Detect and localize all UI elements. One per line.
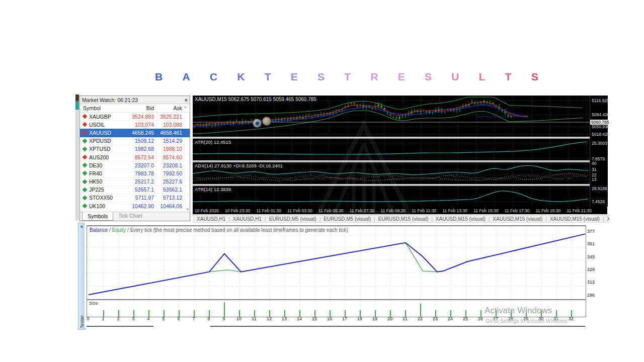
scrollbar-segment[interactable] xyxy=(87,326,153,327)
scroll-up-icon[interactable]: ^ xyxy=(182,106,189,111)
price-scale-label: 5018.425 xyxy=(592,132,609,137)
symbol-cell: XPTUSD xyxy=(83,146,122,152)
title-letter: S xyxy=(425,71,432,83)
arrow-down-icon xyxy=(83,130,88,135)
market-watch-row[interactable]: XAUGBP3524.8933525.221 xyxy=(80,113,190,121)
tab-tick-chart[interactable]: Tick Chart xyxy=(113,212,147,221)
bid-cell: 3524.893 xyxy=(122,114,154,120)
price-scale-label: 5116.925 xyxy=(592,98,609,103)
title-letter: K xyxy=(237,71,245,83)
market-watch-row[interactable]: XAUUSD4658.2454658.461 xyxy=(80,129,190,137)
adx-pane[interactable]: ADX(14) 27.9130 +DI:8.3269 -DI:16.2401 xyxy=(193,162,590,184)
arrow-up-icon xyxy=(83,187,88,192)
market-watch-row[interactable]: JP22553557.153562.1 xyxy=(80,186,190,194)
backtest-graph[interactable]: Balance / Equity / Every tick (the most … xyxy=(87,225,586,300)
close-icon[interactable]: × xyxy=(185,97,188,103)
ask-cell: 23208.1 xyxy=(154,162,182,168)
activate-windows-text: Activate Windows xyxy=(485,306,552,316)
market-watch-title: Market Watch: 06:21:23 xyxy=(82,97,138,103)
time-axis-label: 11 Feb 15:30 xyxy=(473,208,498,213)
legend-method: Every tick (the most precise method base… xyxy=(130,227,348,233)
chart-tab[interactable]: EURUSD,M5 (visual) xyxy=(266,216,319,222)
title-letter: T xyxy=(344,71,351,83)
chart-tab[interactable]: XAUUSD,M1 xyxy=(604,216,609,222)
market-watch-row[interactable]: HK5025217.225227.6 xyxy=(80,178,190,186)
ask-cell: 1514.29 xyxy=(154,138,182,144)
price-scale-label: 5084.420 xyxy=(592,112,609,117)
tab-symbols[interactable]: Symbols xyxy=(82,212,113,221)
x-axis-label: 4 xyxy=(143,316,154,321)
symbol-cell: XAUGBP xyxy=(83,114,122,120)
indicator-scale-label: 7.4526 xyxy=(592,199,605,204)
market-watch-header: Symbol Bid Ask ^ xyxy=(80,104,190,113)
symbol-name: FR40 xyxy=(89,170,102,176)
time-axis-label: 10 Feb 2026 xyxy=(195,208,219,213)
atr14-pane[interactable]: ATR(14) 12.3838 xyxy=(193,186,590,207)
symbol-name: JP225 xyxy=(89,187,104,193)
x-axis-label: 7 xyxy=(188,316,199,321)
dock-strip-segment xyxy=(75,95,79,101)
market-watch-row[interactable]: FR407983.787992.50 xyxy=(80,169,190,177)
ask-cell: 53562.1 xyxy=(154,187,182,193)
indicator-scale-label: 13 xyxy=(592,177,596,182)
column-symbol[interactable]: Symbol xyxy=(83,105,121,111)
chart-tab-bar: XAUUSD,H1|XAUUSD,H1|EURUSD,M5 (visual)|E… xyxy=(193,215,609,223)
x-axis-label: 20 xyxy=(384,316,395,321)
chart-tab[interactable]: EURUSD,M5 (visual) xyxy=(320,216,374,222)
price-chart-pane[interactable]: XAUUSD,M15 5062.675 5070.615 5059.465 50… xyxy=(193,96,590,137)
symbol-name: XPDUSD xyxy=(89,138,111,144)
arrow-up-icon xyxy=(83,163,88,168)
market-watch-panel: Market Watch: 06:21:23 × Symbol Bid Ask … xyxy=(79,96,190,221)
legend-separator: / xyxy=(126,227,130,233)
chart-symbol-ohlc: XAUUSD,M15 5062.675 5070.615 5059.465 50… xyxy=(195,97,316,102)
bid-cell: 25217.2 xyxy=(122,178,154,185)
market-watch-row[interactable]: XPDUSD1509.121514.29 xyxy=(80,137,190,145)
market-watch-row[interactable]: USOIL103.074103.088 xyxy=(80,121,190,129)
chart-tab[interactable]: XAUUSD,M15 (visual) xyxy=(433,216,489,222)
chart-tab[interactable]: XAUUSD,H1 xyxy=(230,216,265,222)
market-watch-row[interactable]: XPTUSD1982.681988.10 xyxy=(80,145,190,153)
market-watch-tabs: Symbols Tick Chart xyxy=(80,212,190,221)
size-bar xyxy=(224,302,225,317)
docked-panel-strip xyxy=(75,95,79,220)
title-letter: U xyxy=(451,71,459,83)
atr14-label: ATR(14) 12.3838 xyxy=(195,187,231,192)
indicator-scale-label: 25.3003 xyxy=(592,141,607,146)
title-letter: L xyxy=(479,71,486,83)
close-icon[interactable]: × xyxy=(80,224,83,229)
atr20-pane[interactable]: ATR(20) 12.4515 xyxy=(193,139,590,160)
market-watch-rows: XAUGBP3524.8933525.221USOIL103.074103.08… xyxy=(80,113,190,212)
title-letter: R xyxy=(370,71,378,83)
market-watch-row[interactable]: STOXX505711.975713.12 xyxy=(80,194,190,202)
chart-tab[interactable]: XAUUSD,M15 (visual) xyxy=(490,216,545,222)
symbol-cell: AUS200 xyxy=(83,154,122,160)
chart-tab[interactable]: XAUUSD,H1 xyxy=(194,216,228,222)
bid-cell: 5711.97 xyxy=(122,195,154,201)
price-scale[interactable]: 5116.9255084.4205050.9305018.4255060.785… xyxy=(590,96,608,207)
column-bid[interactable]: Bid xyxy=(121,105,154,111)
x-axis-label: 2 xyxy=(113,316,124,321)
market-watch-row[interactable]: AUS2008572.548574.60 xyxy=(80,153,190,161)
arrow-up-icon xyxy=(83,196,88,201)
ea-arrow-icon xyxy=(265,119,268,123)
x-axis-label: 13 xyxy=(279,316,290,321)
ea-marker-icon[interactable] xyxy=(253,119,262,128)
x-axis-label: 25 xyxy=(460,316,471,321)
scrollbar-segment[interactable] xyxy=(210,326,585,327)
y-axis-label: 377 xyxy=(587,229,603,234)
scroll-down-icon[interactable]: v xyxy=(187,207,189,211)
indicator-scale-label: 31 xyxy=(592,167,596,172)
symbol-name: XAUUSD xyxy=(89,130,111,136)
chart-tab[interactable]: XAUUSD,M15 (visual) xyxy=(547,216,603,222)
time-axis[interactable]: 10 Feb 202610 Feb 23:3011 Feb 01:3011 Fe… xyxy=(193,207,594,214)
market-watch-row[interactable]: DE3023207.023208.1 xyxy=(80,161,190,169)
ea-marker-icon[interactable] xyxy=(262,117,271,126)
y-axis-label: 312 xyxy=(587,280,603,285)
market-watch-row[interactable]: UK10010462.9010464.06 xyxy=(80,202,190,210)
bid-cell: 1982.68 xyxy=(122,146,154,152)
title-letter: C xyxy=(210,71,217,83)
time-axis-label: 11 Feb 05:30 xyxy=(318,208,343,213)
column-ask[interactable]: Ask xyxy=(154,105,182,111)
chart-tab[interactable]: EURUSD,M15 (visual) xyxy=(375,216,431,222)
x-axis-label: 16 xyxy=(324,316,335,321)
